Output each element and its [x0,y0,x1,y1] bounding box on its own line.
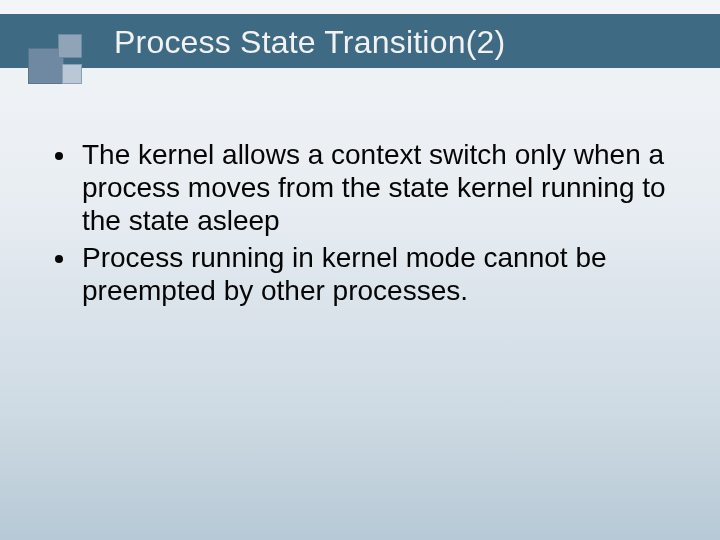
square-top-right-icon [58,34,82,58]
bullet-item: The kernel allows a context switch only … [78,138,668,237]
slide-title: Process State Transition(2) [114,24,505,61]
slide: Process State Transition(2) The kernel a… [0,0,720,540]
title-bar: Process State Transition(2) [0,14,720,68]
square-bottom-right-icon [62,64,82,84]
bullet-list: The kernel allows a context switch only … [52,138,668,307]
slide-body: The kernel allows a context switch only … [52,138,668,311]
corner-squares-icon [28,30,84,86]
bullet-item: Process running in kernel mode cannot be… [78,241,668,307]
